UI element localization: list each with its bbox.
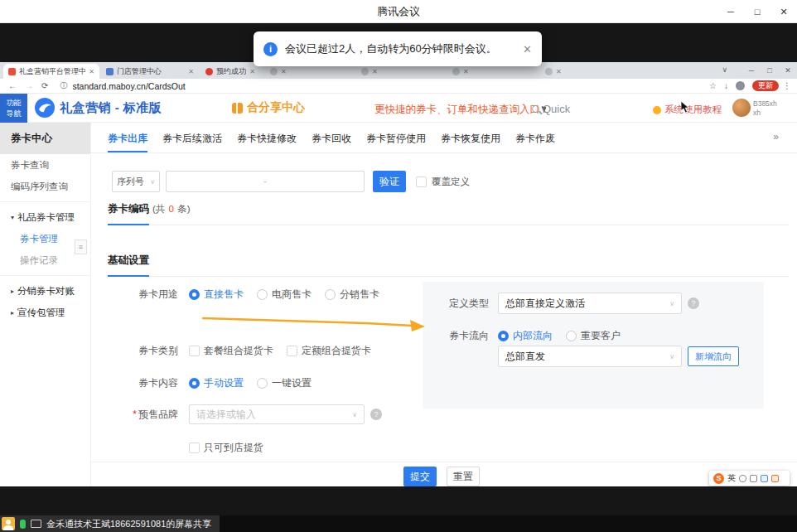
quick-search-label: Quick: [543, 103, 570, 115]
reload-icon[interactable]: ⟳: [41, 81, 48, 90]
tab-search-icon[interactable]: ∨: [722, 65, 727, 74]
tab-card-void[interactable]: 券卡作废: [515, 128, 555, 152]
tab-close-icon[interactable]: ✕: [188, 68, 194, 75]
tab-close-icon[interactable]: ✕: [463, 68, 469, 75]
site-info-icon[interactable]: ⓘ: [60, 80, 67, 91]
main-tabbar: 券卡出库 券卡后续激活 券卡快捷修改 券卡回收 券卡暂停使用 券卡恢复使用 券卡…: [91, 128, 797, 153]
function-nav-line2: 导航: [7, 109, 22, 118]
radio-internal-flow[interactable]: [498, 331, 509, 341]
share-center-link[interactable]: 合分享中心: [232, 100, 305, 115]
radio-one-click-setting-label: 一键设置: [272, 376, 312, 390]
user-name-line2: xh: [753, 109, 777, 118]
serial-type-select[interactable]: 序列号 ∨: [112, 171, 160, 192]
browser-tab[interactable]: 预约成功 ✕: [200, 64, 260, 79]
checkbox-fixed-combo-pickup-card[interactable]: [287, 346, 297, 356]
back-icon[interactable]: ←: [8, 81, 17, 90]
checkbox-store-pickup-only[interactable]: [189, 443, 200, 453]
panel-collapse-icon[interactable]: »: [773, 131, 779, 143]
presale-brand-select[interactable]: 请选择或输入 ∨: [189, 404, 365, 424]
radio-one-click-setting[interactable]: [257, 378, 268, 389]
forward-icon[interactable]: →: [25, 81, 33, 90]
browser-tab-active[interactable]: 礼盒营销平台管理中心 ✕: [3, 64, 99, 79]
tab-close-icon[interactable]: ✕: [556, 68, 562, 75]
maximize-icon[interactable]: □: [744, 0, 770, 23]
tab-card-suspend[interactable]: 券卡暂停使用: [366, 128, 426, 152]
presale-brand-placeholder: 请选择或输入: [196, 408, 256, 422]
browser-profile-icon[interactable]: [736, 81, 745, 90]
tab-card-recycle[interactable]: 券卡回收: [312, 128, 351, 152]
radio-direct-sale[interactable]: [189, 289, 200, 300]
tab-close-icon[interactable]: ✕: [249, 68, 255, 75]
function-nav-button[interactable]: 功能 导航: [0, 94, 27, 123]
card-content-label: 券卡内容: [91, 376, 178, 390]
sidebar-item-card-query[interactable]: 券卡查询: [0, 154, 90, 176]
browser-close-icon[interactable]: ✕: [779, 66, 797, 75]
ime-logo-icon[interactable]: S: [713, 473, 724, 484]
help-icon[interactable]: ?: [370, 409, 382, 420]
sidebar-section-card-center[interactable]: 券卡中心: [0, 123, 90, 154]
browser-maximize-icon[interactable]: □: [761, 66, 779, 75]
browser-menu-icon[interactable]: ⋮: [783, 81, 791, 90]
tab-label: 预约成功: [216, 66, 246, 77]
sidebar-item-label: 礼品券卡管理: [17, 211, 75, 224]
tab-close-icon[interactable]: ✕: [372, 68, 378, 75]
close-icon[interactable]: ✕: [770, 0, 797, 23]
bookmark-star-icon[interactable]: ☆: [709, 81, 717, 90]
sidebar-group-distribution-reconcile[interactable]: ▸ 分销券卡对账: [0, 280, 90, 302]
tab-card-resume[interactable]: 券卡恢复使用: [441, 128, 500, 152]
mic-active-icon[interactable]: [20, 520, 26, 529]
flow-target-select[interactable]: 总部直发 ∨: [498, 346, 682, 367]
download-icon[interactable]: ↓: [724, 81, 728, 90]
reset-button[interactable]: 重置: [447, 467, 480, 486]
card-content-row: 券卡内容 手动设置 一键设置: [91, 377, 312, 389]
tab-card-outbound[interactable]: 券卡出库: [108, 128, 147, 152]
sidebar-item-code-sequence-query[interactable]: 编码序列查询: [0, 176, 90, 197]
card-usage-label: 券卡用途: [91, 288, 178, 302]
coding-count: (共 0 条): [152, 202, 190, 215]
mic-icon[interactable]: [739, 475, 746, 482]
help-icon[interactable]: ?: [688, 297, 699, 309]
toast-close-icon[interactable]: ✕: [523, 43, 532, 56]
user-avatar[interactable]: [732, 99, 751, 117]
toolbox-icon[interactable]: [771, 475, 779, 482]
tab-close-icon[interactable]: ✕: [281, 68, 287, 75]
minimize-icon[interactable]: ─: [717, 0, 744, 23]
tab-favicon-icon: [8, 68, 16, 75]
checkbox-combo-pickup-card[interactable]: [189, 346, 200, 356]
serial-range-input[interactable]: -: [166, 171, 365, 192]
screen-share-icon[interactable]: [31, 520, 41, 528]
browser-update-button[interactable]: 更新: [752, 80, 779, 91]
tab-card-quick-edit[interactable]: 券卡快捷修改: [237, 128, 297, 152]
browser-tab[interactable]: 门店管理中心 ✕: [101, 64, 199, 79]
radio-ecommerce-sale[interactable]: [257, 289, 268, 300]
skin-icon[interactable]: [761, 475, 768, 482]
quick-search-link[interactable]: Quick: [532, 103, 570, 115]
range-separator: -: [263, 176, 267, 187]
add-flow-button[interactable]: 新增流向: [688, 346, 739, 366]
url-field[interactable]: standard.maboy.cn/CardsOut: [72, 81, 709, 91]
browser-minimize-icon[interactable]: ─: [742, 66, 761, 75]
browser-tab[interactable]: ✕: [540, 64, 616, 79]
tab-close-icon[interactable]: ✕: [89, 68, 94, 75]
card-usage-row: 券卡用途 直接售卡 电商售卡 分销售卡: [91, 288, 379, 300]
sidebar-collapse-toggle[interactable]: ≡: [75, 239, 87, 254]
radio-distribution-sale[interactable]: [325, 289, 336, 300]
brand-name: 礼盒营销 - 标准版: [60, 100, 162, 116]
tab-card-followup-activate[interactable]: 券卡后续激活: [162, 128, 222, 152]
radio-manual-setting[interactable]: [189, 378, 200, 389]
define-type-select[interactable]: 总部直接定义激活 ∨: [498, 293, 682, 314]
ime-language-toggle[interactable]: 英: [727, 472, 736, 484]
submit-button[interactable]: 提交: [403, 467, 437, 486]
sidebar-item-label: 宣传包管理: [17, 307, 65, 319]
tutorial-link[interactable]: 系统使用教程: [653, 104, 722, 116]
sidebar-group-gift-card-mgmt[interactable]: ▾ 礼品券卡管理: [0, 206, 90, 228]
tab-favicon-icon: [452, 68, 460, 75]
quick-entry-link[interactable]: 更快捷的券卡、订单和快递查询入口: [374, 103, 547, 117]
overwrite-definition-checkbox[interactable]: [416, 177, 427, 187]
verify-button[interactable]: 验证: [373, 171, 406, 192]
keyboard-icon[interactable]: [750, 475, 757, 482]
serial-verify-row: 序列号 ∨ - 验证 覆盖定义: [112, 171, 470, 192]
sidebar-group-promo-package-mgmt[interactable]: ▸ 宣传包管理: [0, 302, 90, 323]
radio-important-customer[interactable]: [566, 331, 577, 341]
checkbox-store-pickup-only-label: 只可到店提货: [204, 441, 263, 455]
